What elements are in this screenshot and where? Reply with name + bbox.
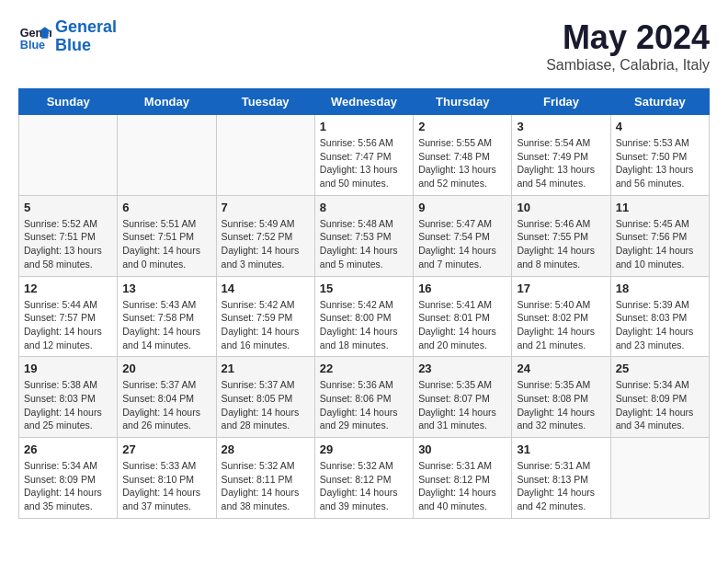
calendar-cell xyxy=(216,115,314,196)
day-info: Sunrise: 5:34 AMSunset: 8:09 PMDaylight:… xyxy=(24,459,112,513)
logo: General Blue General Blue xyxy=(18,18,117,55)
day-info: Sunrise: 5:53 AMSunset: 7:50 PMDaylight:… xyxy=(616,136,704,190)
calendar-cell: 13Sunrise: 5:43 AMSunset: 7:58 PMDayligh… xyxy=(118,276,216,357)
day-number: 22 xyxy=(320,362,408,375)
day-number: 7 xyxy=(222,201,310,214)
day-info: Sunrise: 5:42 AMSunset: 7:59 PMDaylight:… xyxy=(222,298,310,352)
day-number: 27 xyxy=(122,442,210,456)
calendar-cell: 1Sunrise: 5:56 AMSunset: 7:47 PMDaylight… xyxy=(314,115,413,196)
day-info: Sunrise: 5:56 AMSunset: 7:47 PMDaylight:… xyxy=(320,136,408,190)
day-info: Sunrise: 5:42 AMSunset: 8:00 PMDaylight:… xyxy=(320,298,408,352)
calendar-cell: 3Sunrise: 5:54 AMSunset: 7:49 PMDaylight… xyxy=(512,115,610,196)
calendar-cell: 5Sunrise: 5:52 AMSunset: 7:51 PMDaylight… xyxy=(19,195,118,276)
day-info: Sunrise: 5:40 AMSunset: 8:02 PMDaylight:… xyxy=(517,298,605,352)
day-number: 11 xyxy=(616,201,704,214)
logo-icon: General Blue xyxy=(18,20,51,53)
day-number: 21 xyxy=(222,362,310,375)
day-number: 30 xyxy=(418,442,506,456)
day-number: 23 xyxy=(418,362,506,375)
calendar-cell xyxy=(19,115,118,196)
day-info: Sunrise: 5:44 AMSunset: 7:57 PMDaylight:… xyxy=(24,298,112,352)
day-header-saturday: Saturday xyxy=(610,89,709,115)
calendar-cell: 26Sunrise: 5:34 AMSunset: 8:09 PMDayligh… xyxy=(19,438,118,519)
day-number: 25 xyxy=(616,362,704,375)
calendar-cell: 20Sunrise: 5:37 AMSunset: 8:04 PMDayligh… xyxy=(118,357,216,438)
day-info: Sunrise: 5:49 AMSunset: 7:52 PMDaylight:… xyxy=(222,217,310,271)
day-info: Sunrise: 5:31 AMSunset: 8:13 PMDaylight:… xyxy=(517,459,605,513)
calendar-cell: 6Sunrise: 5:51 AMSunset: 7:51 PMDaylight… xyxy=(118,195,216,276)
day-info: Sunrise: 5:55 AMSunset: 7:48 PMDaylight:… xyxy=(418,136,506,190)
calendar-cell: 27Sunrise: 5:33 AMSunset: 8:10 PMDayligh… xyxy=(118,438,216,519)
calendar-cell: 29Sunrise: 5:32 AMSunset: 8:12 PMDayligh… xyxy=(314,438,413,519)
subtitle: Sambiase, Calabria, Italy xyxy=(546,57,710,74)
day-info: Sunrise: 5:32 AMSunset: 8:11 PMDaylight:… xyxy=(222,459,310,513)
day-number: 19 xyxy=(24,362,112,375)
day-number: 28 xyxy=(222,442,310,456)
calendar-cell: 25Sunrise: 5:34 AMSunset: 8:09 PMDayligh… xyxy=(610,357,709,438)
day-number: 14 xyxy=(222,282,310,295)
calendar-body: 1Sunrise: 5:56 AMSunset: 7:47 PMDaylight… xyxy=(19,115,710,519)
calendar-cell: 11Sunrise: 5:45 AMSunset: 7:56 PMDayligh… xyxy=(610,195,709,276)
day-info: Sunrise: 5:35 AMSunset: 8:07 PMDaylight:… xyxy=(418,378,506,432)
day-info: Sunrise: 5:33 AMSunset: 8:10 PMDaylight:… xyxy=(122,459,210,513)
calendar-cell: 22Sunrise: 5:36 AMSunset: 8:06 PMDayligh… xyxy=(314,357,413,438)
calendar-cell: 19Sunrise: 5:38 AMSunset: 8:03 PMDayligh… xyxy=(19,357,118,438)
calendar-cell: 4Sunrise: 5:53 AMSunset: 7:50 PMDaylight… xyxy=(610,115,709,196)
day-number: 26 xyxy=(24,442,112,456)
day-info: Sunrise: 5:54 AMSunset: 7:49 PMDaylight:… xyxy=(517,136,605,190)
day-info: Sunrise: 5:38 AMSunset: 8:03 PMDaylight:… xyxy=(24,378,112,432)
day-info: Sunrise: 5:37 AMSunset: 8:04 PMDaylight:… xyxy=(122,378,210,432)
calendar-cell xyxy=(118,115,216,196)
calendar-cell: 30Sunrise: 5:31 AMSunset: 8:12 PMDayligh… xyxy=(414,438,512,519)
calendar-cell: 2Sunrise: 5:55 AMSunset: 7:48 PMDaylight… xyxy=(414,115,512,196)
day-number: 16 xyxy=(418,282,506,295)
day-info: Sunrise: 5:52 AMSunset: 7:51 PMDaylight:… xyxy=(24,217,112,271)
page-header: General Blue General Blue May 2024 Sambi… xyxy=(18,18,710,74)
calendar-cell: 16Sunrise: 5:41 AMSunset: 8:01 PMDayligh… xyxy=(414,276,512,357)
day-number: 18 xyxy=(616,282,704,295)
day-info: Sunrise: 5:32 AMSunset: 8:12 PMDaylight:… xyxy=(320,459,408,513)
calendar-cell: 8Sunrise: 5:48 AMSunset: 7:53 PMDaylight… xyxy=(314,195,413,276)
calendar-week-2: 5Sunrise: 5:52 AMSunset: 7:51 PMDaylight… xyxy=(19,195,710,276)
day-header-wednesday: Wednesday xyxy=(314,89,413,115)
day-info: Sunrise: 5:48 AMSunset: 7:53 PMDaylight:… xyxy=(320,217,408,271)
day-number: 12 xyxy=(24,282,112,295)
calendar-cell: 12Sunrise: 5:44 AMSunset: 7:57 PMDayligh… xyxy=(19,276,118,357)
title-block: May 2024 Sambiase, Calabria, Italy xyxy=(546,18,710,74)
svg-text:Blue: Blue xyxy=(20,38,45,51)
day-info: Sunrise: 5:31 AMSunset: 8:12 PMDaylight:… xyxy=(418,459,506,513)
main-title: May 2024 xyxy=(546,18,710,57)
day-number: 4 xyxy=(616,120,704,133)
calendar-cell: 18Sunrise: 5:39 AMSunset: 8:03 PMDayligh… xyxy=(610,276,709,357)
calendar-header-row: SundayMondayTuesdayWednesdayThursdayFrid… xyxy=(19,89,710,115)
calendar-table: SundayMondayTuesdayWednesdayThursdayFrid… xyxy=(18,88,710,519)
day-number: 24 xyxy=(517,362,605,375)
day-info: Sunrise: 5:39 AMSunset: 8:03 PMDaylight:… xyxy=(616,298,704,352)
calendar-week-4: 19Sunrise: 5:38 AMSunset: 8:03 PMDayligh… xyxy=(19,357,710,438)
calendar-week-1: 1Sunrise: 5:56 AMSunset: 7:47 PMDaylight… xyxy=(19,115,710,196)
day-info: Sunrise: 5:43 AMSunset: 7:58 PMDaylight:… xyxy=(122,298,210,352)
day-info: Sunrise: 5:41 AMSunset: 8:01 PMDaylight:… xyxy=(418,298,506,352)
logo-text: General Blue xyxy=(55,18,117,55)
calendar-week-3: 12Sunrise: 5:44 AMSunset: 7:57 PMDayligh… xyxy=(19,276,710,357)
calendar-cell: 24Sunrise: 5:35 AMSunset: 8:08 PMDayligh… xyxy=(512,357,610,438)
day-info: Sunrise: 5:47 AMSunset: 7:54 PMDaylight:… xyxy=(418,217,506,271)
day-info: Sunrise: 5:51 AMSunset: 7:51 PMDaylight:… xyxy=(122,217,210,271)
calendar-cell: 31Sunrise: 5:31 AMSunset: 8:13 PMDayligh… xyxy=(512,438,610,519)
calendar-cell: 28Sunrise: 5:32 AMSunset: 8:11 PMDayligh… xyxy=(216,438,314,519)
day-number: 10 xyxy=(517,201,605,214)
day-info: Sunrise: 5:34 AMSunset: 8:09 PMDaylight:… xyxy=(616,378,704,432)
calendar-cell: 23Sunrise: 5:35 AMSunset: 8:07 PMDayligh… xyxy=(414,357,512,438)
day-number: 5 xyxy=(24,201,112,214)
calendar-week-5: 26Sunrise: 5:34 AMSunset: 8:09 PMDayligh… xyxy=(19,438,710,519)
calendar-cell: 10Sunrise: 5:46 AMSunset: 7:55 PMDayligh… xyxy=(512,195,610,276)
day-header-tuesday: Tuesday xyxy=(216,89,314,115)
day-number: 13 xyxy=(122,282,210,295)
calendar-cell: 21Sunrise: 5:37 AMSunset: 8:05 PMDayligh… xyxy=(216,357,314,438)
day-number: 20 xyxy=(122,362,210,375)
day-info: Sunrise: 5:45 AMSunset: 7:56 PMDaylight:… xyxy=(616,217,704,271)
day-number: 2 xyxy=(418,120,506,133)
day-number: 15 xyxy=(320,282,408,295)
day-number: 1 xyxy=(320,120,408,133)
day-header-thursday: Thursday xyxy=(414,89,512,115)
